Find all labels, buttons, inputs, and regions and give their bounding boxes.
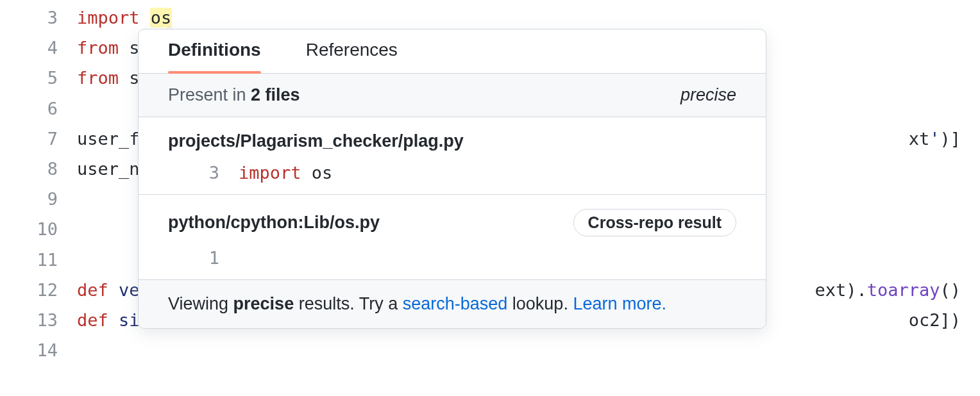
footer-text: Viewing [168,294,233,313]
line-number: 13 [0,310,77,330]
code-line[interactable]: 14 [0,335,980,365]
line-number: 10 [0,219,77,239]
code-content: def ve [77,280,140,300]
code-content-tail: oc2]) [909,310,980,330]
precision-mode-label: precise [680,85,736,105]
line-number: 9 [0,189,77,209]
line-number: 14 [0,340,77,360]
results-count-prefix: Present in [168,85,251,104]
code-content: user_f [77,129,140,149]
code-content: import os [77,8,172,28]
cross-repo-badge: Cross-repo result [573,209,736,236]
code-content-tail: xt')] [909,129,980,149]
footer-text: results. Try a [294,294,403,313]
code-content-tail: ext).toarray() [815,280,980,300]
footer-precise: precise [233,294,294,313]
code-content: user_n [77,159,140,179]
result-path: projects/Plagarism_checker/plag.py [168,131,464,151]
snippet-line-number: 1 [168,248,239,268]
code-content: from s [77,38,140,58]
line-number: 11 [0,250,77,270]
result-path: python/cpython:Lib/os.py [168,213,380,233]
results-count-number: 2 files [251,85,300,104]
result-snippet: 1 [168,248,736,268]
result-item[interactable]: projects/Plagarism_checker/plag.py3impor… [139,117,766,195]
result-item[interactable]: python/cpython:Lib/os.pyCross-repo resul… [139,195,766,280]
code-intel-hovercard: Definitions References Present in 2 file… [138,29,766,329]
hovercard-tabs: Definitions References [139,29,766,74]
line-number: 5 [0,68,77,88]
results-summary: Present in 2 files precise [139,74,766,117]
result-snippet: 3import os [168,163,736,183]
results-count: Present in 2 files [168,85,300,105]
line-number: 4 [0,38,77,58]
footer-text: lookup. [507,294,573,313]
line-number: 7 [0,129,77,149]
search-based-link[interactable]: search-based [403,294,508,313]
line-number: 8 [0,159,77,179]
learn-more-link[interactable]: Learn more. [573,294,666,313]
code-content: def si [77,310,140,330]
code-content: from s [77,68,140,88]
tab-references[interactable]: References [306,40,398,73]
line-number: 6 [0,99,77,119]
line-number: 3 [0,8,77,28]
hovercard-footer: Viewing precise results. Try a search-ba… [139,280,766,328]
line-number: 12 [0,280,77,300]
tab-definitions[interactable]: Definitions [168,40,261,73]
snippet-code: import os [239,163,332,183]
snippet-line-number: 3 [168,163,239,183]
